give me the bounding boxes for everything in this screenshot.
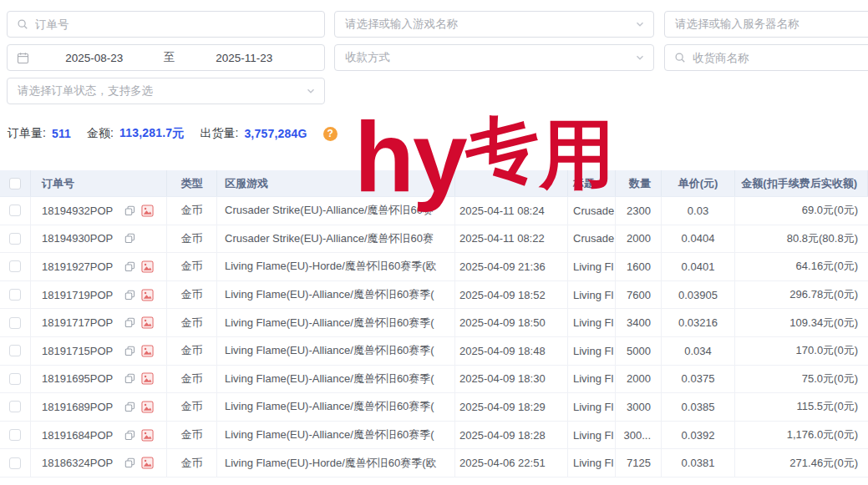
help-icon[interactable]: ? <box>323 127 338 141</box>
row-checkbox[interactable] <box>9 345 21 356</box>
price-cell: 0.0401 <box>662 253 735 280</box>
row-checkbox[interactable] <box>9 289 21 301</box>
game-cell: Living Flame(EU)-Alliance/魔兽怀旧60赛季( <box>217 281 455 309</box>
chevron-down-icon <box>306 86 316 96</box>
row-checkbox-cell <box>0 337 31 365</box>
type-cell: 金币 <box>167 253 217 280</box>
order-no-text: 18194930POP <box>42 232 113 245</box>
price-cell: 0.03216 <box>662 309 735 336</box>
amount-cell: 80.8元(80.8元) <box>735 225 868 253</box>
orders-table: 订单号 类型 区服游戏 标题 数量 单价(元) 金额(扣手续费后实收额) 181… <box>0 170 868 477</box>
copy-icon[interactable] <box>124 290 135 301</box>
price-cell: 0.0404 <box>662 225 735 253</box>
type-cell: 金币 <box>167 366 217 393</box>
row-checkbox[interactable] <box>9 205 21 216</box>
order-icons <box>124 205 154 217</box>
copy-icon[interactable] <box>124 457 135 468</box>
copy-icon[interactable] <box>124 430 135 441</box>
order-status-placeholder: 请选择订单状态，支持多选 <box>8 83 153 99</box>
amount-label: 金额: <box>87 126 114 141</box>
copy-icon[interactable] <box>124 317 135 328</box>
row-checkbox[interactable] <box>9 317 21 329</box>
screenshot-image-icon[interactable] <box>141 289 154 301</box>
receiver-name-input[interactable] <box>664 44 868 71</box>
row-checkbox-cell <box>0 197 31 225</box>
row-checkbox[interactable] <box>9 401 21 412</box>
type-cell: 金币 <box>167 422 217 449</box>
row-checkbox[interactable] <box>9 429 21 441</box>
title-cell: Living Fl <box>568 253 616 280</box>
qty-cell: 2000 <box>616 225 662 253</box>
server-name-select[interactable]: 请选择或输入服务器名称 <box>664 11 868 38</box>
copy-icon[interactable] <box>124 346 135 356</box>
row-checkbox[interactable] <box>9 373 21 385</box>
date-range-picker[interactable]: 2025-08-23 至 2025-11-23 <box>7 44 325 71</box>
price-cell: 0.0385 <box>662 393 735 421</box>
qty-cell: 2000 <box>616 366 662 393</box>
amount-cell: 1,176.0元(0元) <box>735 422 868 449</box>
volume-label: 出货量: <box>200 126 238 141</box>
copy-icon[interactable] <box>124 261 135 272</box>
time-cell: 2025-04-09 18:52 <box>455 281 568 309</box>
copy-icon[interactable] <box>124 205 135 216</box>
screenshot-image-icon[interactable] <box>141 345 154 357</box>
table-row: 18191715POP 金币 Living Flame(EU)-Alliance… <box>0 337 868 366</box>
amount-cell: 109.34元(0元) <box>735 309 868 336</box>
game-name-select[interactable]: 请选择或输入游戏名称 <box>334 11 654 38</box>
title-cell: Living Fl <box>568 309 616 336</box>
amount-cell: 75.0元(0元) <box>735 366 868 393</box>
game-cell: Living Flame(EU)-Alliance/魔兽怀旧60赛季( <box>217 337 455 365</box>
order-status-select[interactable]: 请选择订单状态，支持多选 <box>7 78 325 104</box>
search-icon <box>17 18 28 30</box>
header-amount: 金额(扣手续费后实收额) <box>735 170 868 196</box>
payment-method-select[interactable]: 收款方式 <box>334 44 654 71</box>
table-row: 18191717POP 金币 Living Flame(EU)-Alliance… <box>0 309 868 337</box>
screenshot-image-icon[interactable] <box>141 372 154 385</box>
screenshot-image-icon[interactable] <box>141 316 154 329</box>
copy-icon[interactable] <box>124 373 135 384</box>
row-checkbox[interactable] <box>9 260 21 272</box>
table-row: 18191689POP 金币 Living Flame(EU)-Alliance… <box>0 393 868 422</box>
screenshot-image-icon[interactable] <box>141 260 154 273</box>
date-end-value[interactable]: 2025-11-23 <box>186 52 303 64</box>
order-icons <box>124 260 154 273</box>
header-time <box>455 170 568 196</box>
screenshot-image-icon[interactable] <box>141 429 154 442</box>
row-checkbox-cell <box>0 225 31 253</box>
copy-icon[interactable] <box>124 402 135 412</box>
qty-cell: 7600 <box>616 281 662 309</box>
amount-cell: 64.16元(0元) <box>735 253 868 280</box>
order-no-text: 18191717POP <box>42 316 113 329</box>
amount-cell: 170.0元(0元) <box>735 337 868 365</box>
screenshot-image-icon[interactable] <box>141 401 154 413</box>
copy-icon[interactable] <box>124 233 135 244</box>
header-type: 类型 <box>167 170 217 196</box>
order-number-field[interactable] <box>35 18 324 31</box>
header-title: 标题 <box>568 170 616 196</box>
game-name-placeholder: 请选择或输入游戏名称 <box>335 17 458 32</box>
screenshot-image-icon[interactable] <box>141 457 154 469</box>
order-count-label: 订单量: <box>8 126 46 141</box>
table-body: 18194932POP 金币 Crusader Strike(EU)-Allia… <box>0 197 868 477</box>
select-all-checkbox[interactable] <box>9 178 21 189</box>
price-cell: 0.0381 <box>662 449 735 477</box>
row-checkbox[interactable] <box>9 233 21 245</box>
order-management-page: 请选择或输入游戏名称 请选择或输入服务器名称 2025-08-23 至 2025… <box>0 0 868 485</box>
amount-cell: 69.0元(0元) <box>735 197 868 225</box>
order-no-cell: 18191927POP <box>31 253 167 280</box>
order-number-input[interactable] <box>7 11 325 38</box>
type-cell: 金币 <box>167 281 217 309</box>
receiver-name-field[interactable] <box>693 52 868 64</box>
row-checkbox-cell <box>0 253 31 280</box>
date-start-value[interactable]: 2025-08-23 <box>36 52 153 64</box>
row-checkbox-cell <box>0 422 31 449</box>
screenshot-image-icon[interactable] <box>141 205 154 217</box>
game-cell: Living Flame(EU)-Horde/魔兽怀旧60赛季(欧 <box>217 253 455 280</box>
type-cell: 金币 <box>167 225 217 253</box>
qty-cell: 2300 <box>616 197 662 225</box>
qty-cell: 3000 <box>616 393 662 421</box>
row-checkbox-cell <box>0 281 31 309</box>
chevron-down-icon <box>635 19 645 29</box>
header-qty: 数量 <box>616 170 662 196</box>
row-checkbox[interactable] <box>9 457 21 469</box>
